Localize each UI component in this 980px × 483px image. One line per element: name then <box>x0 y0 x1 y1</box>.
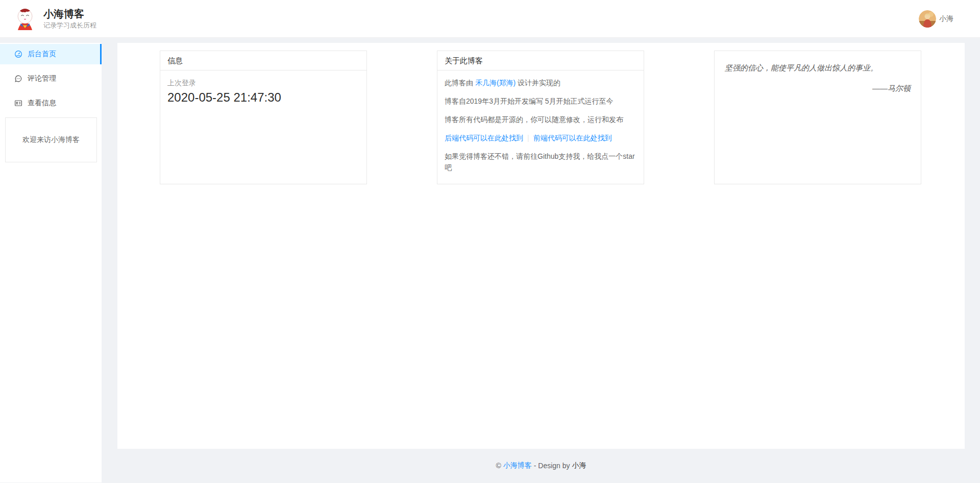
footer-author: 小海 <box>572 461 586 470</box>
welcome-box: 欢迎来访小海博客 <box>5 117 97 162</box>
sidebar-item-label: 后台首页 <box>28 50 56 59</box>
frontend-code-link[interactable]: 前端代码可以在此处找到 <box>533 134 612 142</box>
sidebar-item-label: 评论管理 <box>28 74 56 83</box>
sidebar-item-label: 查看信息 <box>28 99 56 108</box>
copyright-symbol: © <box>496 462 501 470</box>
sidebar-menu: 后台首页 评论管理 <box>0 44 102 113</box>
sidebar-item-comments[interactable]: 评论管理 <box>0 68 102 89</box>
footer-middle-text: - Design by <box>534 462 570 470</box>
info-card-title: 信息 <box>160 51 366 70</box>
about-code-links: 后端代码可以在此处找到|前端代码可以在此处找到 <box>445 132 636 143</box>
quote-text: 坚强的信心，能使平凡的人做出惊人的事业。 <box>725 62 911 74</box>
sidebar: 后台首页 评论管理 <box>0 43 102 482</box>
info-card: 信息 上次登录 2020-05-25 21:47:30 <box>160 51 367 184</box>
user-avatar <box>919 10 936 28</box>
sidebar-item-info[interactable]: 查看信息 <box>0 93 102 113</box>
layout: 后台首页 评论管理 <box>0 38 980 482</box>
about-card: 关于此博客 此博客由 禾几海(郑海) 设计并实现的 博客自2019年3月开始开发… <box>437 51 644 184</box>
site-title: 小海博客 <box>43 8 96 20</box>
about-line1-suffix: 设计并实现的 <box>516 79 560 87</box>
about-line1-prefix: 此博客由 <box>445 79 475 87</box>
quote-author: ——马尔顿 <box>725 82 911 94</box>
cards-row: 信息 上次登录 2020-05-25 21:47:30 关于此博客 此博客由 禾… <box>160 51 921 184</box>
about-line-1: 此博客由 禾几海(郑海) 设计并实现的 <box>445 77 636 88</box>
user-menu[interactable]: 小海 <box>919 10 953 28</box>
brand: 小海博客 记录学习成长历程 <box>13 7 96 31</box>
backend-code-link[interactable]: 后端代码可以在此处找到 <box>445 134 523 142</box>
site-subtitle: 记录学习成长历程 <box>43 21 96 30</box>
main-content: 信息 上次登录 2020-05-25 21:47:30 关于此博客 此博客由 禾… <box>117 43 965 449</box>
footer: © 小海博客 - Design by 小海 <box>117 449 965 482</box>
message-icon <box>14 75 22 83</box>
sidebar-item-dashboard[interactable]: 后台首页 <box>0 44 102 64</box>
content-wrap: 信息 上次登录 2020-05-25 21:47:30 关于此博客 此博客由 禾… <box>117 43 965 482</box>
about-line-5: 如果觉得博客还不错，请前往Github支持我，给我点一个star吧 <box>445 151 636 173</box>
header: 小海博客 记录学习成长历程 小海 <box>0 0 980 38</box>
about-card-title: 关于此博客 <box>437 51 644 70</box>
link-divider: | <box>527 134 529 142</box>
site-logo-icon <box>13 7 37 31</box>
dashboard-icon <box>14 50 22 58</box>
idcard-icon <box>14 99 22 107</box>
footer-site-link[interactable]: 小海博客 <box>503 461 532 470</box>
last-login-label: 上次登录 <box>167 77 359 88</box>
designer-link[interactable]: 禾几海(郑海) <box>475 79 516 87</box>
about-line-3: 博客所有代码都是开源的，你可以随意修改，运行和发布 <box>445 114 636 125</box>
user-name: 小海 <box>939 14 953 23</box>
last-login-value: 2020-05-25 21:47:30 <box>167 92 359 103</box>
quote-card: 坚强的信心，能使平凡的人做出惊人的事业。 ——马尔顿 <box>714 51 921 184</box>
about-line-2: 博客自2019年3月开始开发编写 5月开始正式运行至今 <box>445 95 636 107</box>
